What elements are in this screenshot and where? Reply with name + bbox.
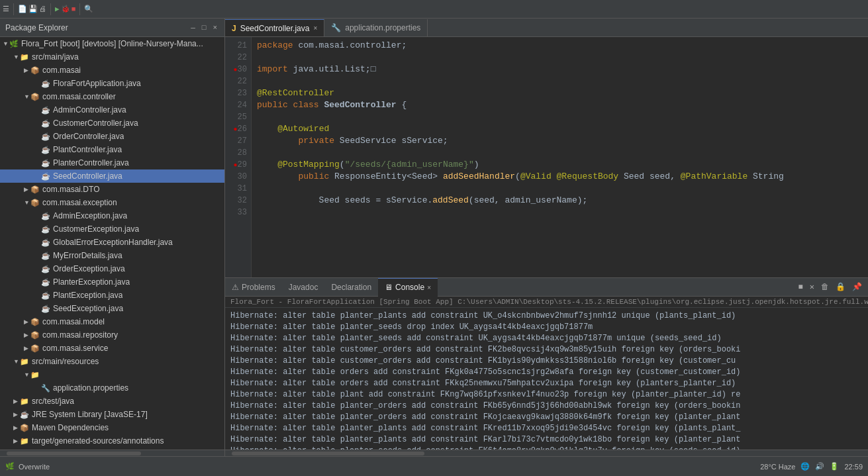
panel-maximize-btn[interactable]: □	[200, 23, 209, 32]
tree-item[interactable]: ▶📁src/test/java	[0, 395, 224, 408]
toolbar-icon-stop[interactable]: ■	[72, 5, 76, 13]
tree-label: PlanterException.java	[53, 277, 130, 287]
toolbar-icon-run[interactable]: ▶	[55, 5, 60, 13]
tree-item[interactable]: ▶📦com.masai.service	[0, 342, 224, 355]
panel-minimize-btn[interactable]: —	[189, 23, 197, 32]
tab-console-label: Console	[395, 283, 424, 292]
tree-item[interactable]: ☕SeedException.java	[0, 302, 224, 315]
tree-item[interactable]: ☕OrderException.java	[0, 262, 224, 275]
tree-item[interactable]: ☕SeedController.java	[0, 169, 224, 183]
tree-icon: ☕	[41, 132, 52, 141]
tab-seed-controller[interactable]: J SeedController.java ×	[225, 19, 324, 36]
tree-arrow: ▼	[13, 358, 20, 365]
console-line: Hibernate: alter table customer_orders a…	[230, 356, 863, 367]
tree-item[interactable]: ▶📦com.masai.DTO	[0, 183, 224, 196]
tree-item[interactable]: ▼📦com.masai.controller	[0, 90, 224, 103]
tree-item[interactable]: ▶📁target/generated-sources/annotations	[0, 434, 224, 448]
tree-item[interactable]: ▼📁src/main/resources	[0, 355, 224, 368]
tree-item[interactable]: ☕CustomerException.java	[0, 222, 224, 236]
tree-item[interactable]: ☕OrderController.java	[0, 130, 224, 143]
tree-item[interactable]: ▶📦com.masai.repository	[0, 328, 224, 342]
tab-console[interactable]: 🖥 Console ×	[378, 278, 438, 297]
tree-item[interactable]: ▶📦com.masai.model	[0, 315, 224, 328]
console-pin-btn[interactable]: 📌	[850, 281, 864, 293]
tab-declaration-label: Declaration	[331, 283, 371, 292]
tree-scroll-h[interactable]	[0, 450, 224, 456]
code-line: @RestController	[257, 87, 863, 99]
toolbar-icon-debug[interactable]: 🐞	[61, 5, 70, 13]
tree-item[interactable]: 🔧application.properties	[0, 381, 224, 395]
tree-icon: 🔧	[41, 384, 52, 393]
tree-label: src/main/resources	[32, 357, 99, 366]
package-explorer-title: Package Explorer	[5, 23, 185, 32]
toolbar-icon-print[interactable]: 🖨	[39, 5, 46, 13]
tree-item[interactable]: ☕CustomerController.java	[0, 117, 224, 130]
tree-label: PlanterController.java	[53, 158, 129, 167]
line-number: 22	[225, 52, 247, 64]
tab-application-properties[interactable]: 🔧 application.properties	[324, 19, 428, 36]
tree-item[interactable]: ☕MyErrorDetails.java	[0, 249, 224, 262]
code-line	[257, 111, 863, 123]
tree-arrow: ▶	[13, 411, 20, 418]
tree-arrow: ▼	[3, 40, 9, 47]
tree-item[interactable]: ☕PlanterException.java	[0, 275, 224, 289]
console-path: Flora_Fort - FloraFortApplication [Sprin…	[225, 297, 868, 308]
status-battery: 🔋	[830, 462, 839, 471]
code-content[interactable]: package com.masai.controller;import java…	[252, 37, 868, 277]
package-explorer-header: Package Explorer — □ ×	[0, 19, 224, 37]
toolbar-icon-save[interactable]: 💾	[28, 5, 38, 13]
toolbar-icon-search[interactable]: 🔍	[84, 5, 93, 13]
tree-icon: 📁	[20, 437, 30, 446]
tree-item[interactable]: ▼📦com.masai.exception	[0, 196, 224, 209]
tab-declaration[interactable]: Declaration	[324, 278, 378, 297]
toolbar-icon-1[interactable]: ☰	[3, 5, 9, 13]
tree-item[interactable]: ▼📁	[0, 368, 224, 381]
tab-problems[interactable]: ⚠ Problems	[225, 278, 282, 297]
tree-item[interactable]: ☕PlantException.java	[0, 289, 224, 302]
console-terminate-btn[interactable]: ■	[796, 282, 805, 293]
tree-arrow: ▶	[24, 186, 30, 193]
tree-item[interactable]: ☕AdminController.java	[0, 103, 224, 117]
console-tab-bar: ⚠ Problems Javadoc Declaration 🖥 Console…	[225, 278, 868, 297]
status-right: 28°C Haze 🌐 🔊 🔋 22:59	[760, 462, 863, 471]
console-remove-btn[interactable]: ✕	[808, 281, 816, 293]
tree-item[interactable]: ☕PlantController.java	[0, 143, 224, 156]
tree-item[interactable]: ▶📦com.masai	[0, 64, 224, 77]
toolbar-icon-new[interactable]: 📄	[18, 5, 27, 13]
panel-close-btn[interactable]: ×	[211, 23, 219, 32]
tree-label: com.masai.repository	[42, 330, 118, 340]
console-line: Hibernate: alter table planter_seeds dro…	[230, 322, 863, 333]
line-number: 28	[225, 147, 247, 159]
tab-javadoc[interactable]: Javadoc	[282, 278, 325, 297]
tree-label: OrderController.java	[53, 132, 124, 141]
tree-item[interactable]: ▶📦Maven Dependencies	[0, 421, 224, 434]
tab-seed-close-btn[interactable]: ×	[313, 24, 317, 32]
console-scroll-lock-btn[interactable]: 🔒	[834, 281, 847, 293]
line-number: ●26	[225, 123, 247, 135]
tab-console-close-btn[interactable]: ×	[427, 284, 431, 291]
tree-item[interactable]: ☕PlanterController.java	[0, 156, 224, 169]
tree-arrow: ▼	[24, 199, 30, 206]
console-clear-btn[interactable]: 🗑	[819, 281, 831, 293]
tree-item[interactable]: ▼🌿Flora_Fort [boot] [devtools] [Online-N…	[0, 37, 224, 50]
tree-item[interactable]: ☕GlobalErrorExceptionHandler.java	[0, 236, 224, 249]
tree-item[interactable]: ☕AdminException.java	[0, 209, 224, 222]
tree-arrow: ▶	[24, 67, 30, 73]
tab-app-props-label: application.properties	[345, 23, 420, 32]
line-number: ●29	[225, 159, 247, 171]
console-output[interactable]: Hibernate: alter table planter_plants ad…	[225, 308, 868, 450]
tree-icon: 📦	[30, 318, 41, 326]
console-line: Hibernate: alter table orders add constr…	[230, 367, 863, 378]
console-line: Hibernate: alter table planter_orders ad…	[230, 401, 863, 412]
tree-item[interactable]: ☕FloraFortApplication.java	[0, 77, 224, 90]
console-scroll-h[interactable]	[225, 450, 868, 456]
tree-item[interactable]: ▶☕JRE System Library [JavaSE-17]	[0, 408, 224, 421]
code-line: private SeedService sService;	[257, 135, 863, 147]
status-clock: 22:59	[844, 463, 863, 471]
tree-icon: ☕	[41, 106, 52, 115]
tree-icon: 📦	[30, 331, 41, 340]
code-line	[257, 52, 863, 64]
tree-item[interactable]: ▼📁src/main/java	[0, 50, 224, 64]
code-line: public ResponseEntity<Seed> addSeedHandl…	[257, 171, 863, 183]
code-editor[interactable]: 21 22●30 22 23 24 25●26 27 28●29 30 31 3…	[225, 37, 868, 277]
